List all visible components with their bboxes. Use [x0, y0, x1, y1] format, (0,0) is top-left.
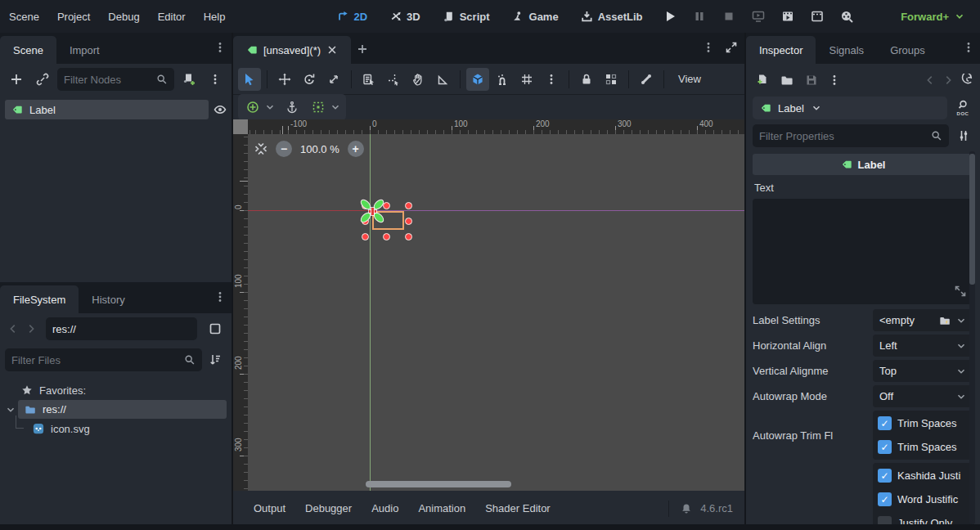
filter-files-input[interactable]: Filter Files — [5, 348, 202, 371]
dock-menu-icon[interactable] — [962, 41, 975, 54]
checkbox-trim-spaces-left[interactable]: ✓ Trim Spaces — [878, 413, 969, 433]
history-forward-icon[interactable] — [942, 74, 954, 86]
menu-help[interactable]: Help — [195, 11, 235, 23]
scene-tree-row-label[interactable]: Label — [5, 100, 209, 119]
move-mode-button[interactable] — [273, 68, 296, 91]
category-label[interactable]: Label — [753, 154, 973, 175]
nav-back-icon[interactable] — [5, 317, 21, 340]
scene-tab-unsaved[interactable]: [unsaved](*) — [233, 36, 351, 64]
tab-filesystem[interactable]: FileSystem — [0, 285, 79, 313]
favorites-row[interactable]: Favorites: — [5, 380, 227, 400]
workspace-3d-button[interactable]: 3D — [382, 7, 429, 26]
version-label[interactable]: 4.6.rc1 — [700, 502, 733, 514]
open-docs-button[interactable]: DOC — [952, 100, 973, 116]
history-back-icon[interactable] — [924, 74, 936, 86]
checkbox-kashida-justification[interactable]: ✓ Kashida Justi — [878, 465, 969, 486]
container-sizing-button[interactable] — [308, 96, 328, 119]
chevron-down-icon[interactable] — [330, 101, 341, 113]
select-mode-button[interactable] — [238, 68, 261, 91]
tab-inspector[interactable]: Inspector — [746, 36, 816, 64]
bottom-panel-debugger[interactable]: Debugger — [296, 502, 361, 514]
ruler-mode-button[interactable] — [431, 68, 454, 91]
zoom-level[interactable]: 100.0 % — [300, 143, 339, 155]
renderer-selector[interactable]: Forward+ — [894, 7, 972, 26]
scene-tabs-menu-icon[interactable] — [702, 41, 715, 54]
selection-handle[interactable] — [383, 233, 390, 240]
menu-debug[interactable]: Debug — [99, 11, 148, 23]
filter-properties-input[interactable]: Filter Properties — [753, 124, 949, 147]
workspace-game-button[interactable]: Game — [505, 7, 567, 26]
path-field[interactable]: res:// — [46, 317, 197, 340]
text-property-editor[interactable] — [753, 199, 973, 304]
notification-bell-icon[interactable] — [681, 503, 692, 514]
pan-mode-button[interactable] — [407, 68, 429, 91]
snapping-toggle-button[interactable] — [466, 68, 489, 91]
node-selector-dropdown[interactable]: Label — [753, 97, 947, 119]
horizontal-alignment-dropdown[interactable]: Left — [873, 335, 973, 357]
new-resource-button[interactable] — [753, 69, 772, 92]
attach-script-button[interactable] — [178, 68, 200, 91]
expand-editor-icon[interactable] — [954, 285, 967, 298]
label-settings-dropdown[interactable]: <empty — [873, 309, 973, 331]
visibility-eye-icon[interactable] — [214, 103, 227, 116]
dock-splitter[interactable] — [232, 33, 233, 524]
dock-menu-icon[interactable] — [214, 41, 227, 54]
load-resource-button[interactable] — [777, 69, 797, 92]
tab-signals[interactable]: Signals — [816, 36, 877, 64]
save-resource-button[interactable] — [802, 69, 821, 92]
instance-scene-button[interactable] — [31, 68, 54, 91]
chevron-down-icon[interactable] — [264, 101, 276, 113]
pivot-marker[interactable] — [369, 208, 376, 215]
menu-scene[interactable]: Scene — [0, 11, 48, 23]
bottom-panel-audio[interactable]: Audio — [362, 502, 407, 514]
zoom-out-button[interactable]: − — [276, 141, 292, 157]
anchor-preset-button[interactable] — [243, 96, 263, 119]
inspector-scrollbar[interactable] — [969, 151, 975, 524]
stop-button[interactable] — [718, 6, 739, 27]
remote-debug-button[interactable] — [748, 6, 769, 27]
group-selected-button[interactable] — [600, 68, 623, 91]
tab-groups[interactable]: Groups — [877, 36, 938, 64]
tab-scene[interactable]: Scene — [0, 36, 56, 64]
property-tools-icon[interactable] — [954, 124, 973, 147]
workspace-2d-button[interactable]: 2D — [329, 7, 375, 26]
skeleton-options-button[interactable] — [635, 68, 658, 91]
vertical-alignment-dropdown[interactable]: Top — [873, 360, 973, 382]
snap-options-menu-icon[interactable] — [540, 68, 563, 91]
autowrap-mode-dropdown[interactable]: Off — [873, 385, 973, 407]
list-select-button[interactable] — [357, 68, 380, 91]
scene-tree-menu-icon[interactable] — [204, 68, 227, 91]
object-history-icon[interactable] — [960, 74, 973, 87]
2d-canvas[interactable]: − 100.0 % + — [248, 134, 744, 491]
zoom-in-button[interactable]: + — [348, 141, 364, 157]
nav-forward-icon[interactable] — [23, 317, 39, 340]
quick-load-folder-icon[interactable] — [939, 315, 951, 326]
scale-mode-button[interactable] — [322, 68, 345, 91]
selection-handle[interactable] — [405, 202, 412, 209]
file-row-icon-svg[interactable]: icon.svg — [5, 419, 227, 438]
toggle-split-mode-button[interactable] — [204, 317, 227, 340]
scrollbar-thumb[interactable] — [969, 154, 975, 285]
ruler-corner[interactable] — [233, 119, 248, 134]
menu-project[interactable]: Project — [48, 11, 99, 23]
pixel-snap-button[interactable] — [382, 68, 405, 91]
tab-history[interactable]: History — [79, 285, 137, 313]
file-sort-button[interactable] — [204, 348, 227, 371]
close-icon[interactable] — [326, 44, 338, 56]
selection-handle[interactable] — [362, 233, 369, 240]
grid-snap-button[interactable] — [515, 68, 538, 91]
menu-editor[interactable]: Editor — [149, 11, 195, 23]
resource-menu-icon[interactable] — [826, 69, 843, 92]
lock-selected-button[interactable] — [575, 68, 598, 91]
rotate-mode-button[interactable] — [298, 68, 321, 91]
center-view-icon[interactable] — [254, 142, 267, 155]
canvas-horizontal-scrollbar[interactable] — [366, 481, 511, 487]
bottom-panel-output[interactable]: Output — [245, 502, 294, 514]
play-scene-button[interactable] — [777, 6, 798, 27]
checkbox-trim-spaces-right[interactable]: ✓ Trim Spaces — [878, 437, 969, 457]
expand-viewport-icon[interactable] — [725, 41, 738, 54]
workspace-script-button[interactable]: Script — [435, 7, 498, 26]
bottom-panel-shader-editor[interactable]: Shader Editor — [476, 502, 560, 514]
dock-menu-icon[interactable] — [214, 290, 227, 303]
pause-button[interactable] — [689, 6, 710, 27]
